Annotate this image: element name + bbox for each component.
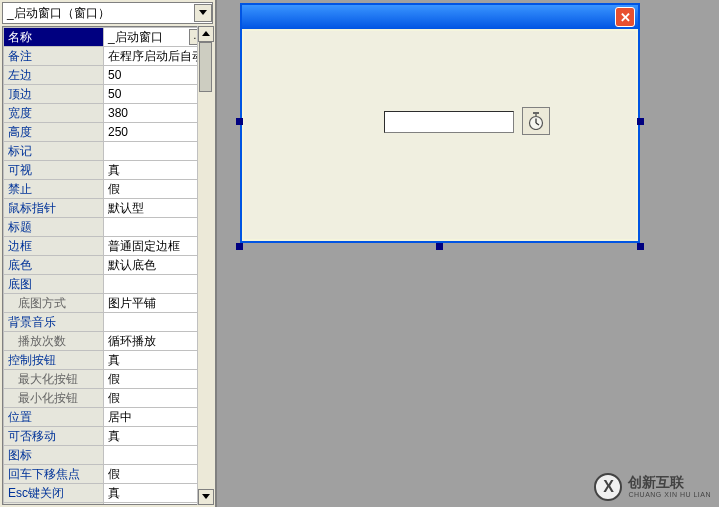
property-value[interactable]: 假 bbox=[104, 503, 212, 506]
property-label: 底图 bbox=[4, 275, 104, 294]
property-value[interactable]: 380 bbox=[104, 104, 212, 123]
resize-handle-left[interactable] bbox=[236, 118, 243, 125]
property-value[interactable]: 默认型 bbox=[104, 199, 212, 218]
property-label: 最小化按钮 bbox=[4, 389, 104, 408]
property-label: 标记 bbox=[4, 142, 104, 161]
property-value[interactable]: 假 bbox=[104, 370, 212, 389]
property-row[interactable]: 可视真 bbox=[4, 161, 212, 180]
property-row[interactable]: 底图 bbox=[4, 275, 212, 294]
property-row[interactable]: 标题 bbox=[4, 218, 212, 237]
property-row[interactable]: 宽度380 bbox=[4, 104, 212, 123]
resize-handle-bottom-right[interactable] bbox=[637, 243, 644, 250]
property-row[interactable]: 图标 bbox=[4, 446, 212, 465]
scroll-up-button[interactable] bbox=[198, 26, 214, 42]
resize-handle-bottom-left[interactable] bbox=[236, 243, 243, 250]
property-value[interactable] bbox=[104, 275, 212, 294]
property-row[interactable]: 最大化按钮假 bbox=[4, 370, 212, 389]
property-value[interactable]: 真 bbox=[104, 427, 212, 446]
property-label: 禁止 bbox=[4, 180, 104, 199]
property-label: 回车下移焦点 bbox=[4, 465, 104, 484]
property-row[interactable]: 高度250 bbox=[4, 123, 212, 142]
property-label: 高度 bbox=[4, 123, 104, 142]
property-value[interactable]: 250 bbox=[104, 123, 212, 142]
form-titlebar[interactable]: ✕ bbox=[242, 5, 638, 29]
scrollbar-vertical[interactable] bbox=[197, 26, 213, 505]
resize-handle-bottom-mid[interactable] bbox=[436, 243, 443, 250]
watermark-sub: CHUANG XIN HU LIAN bbox=[628, 491, 711, 499]
property-row[interactable]: 左边50 bbox=[4, 66, 212, 85]
property-label: 顶边 bbox=[4, 85, 104, 104]
dropdown-arrow-icon[interactable] bbox=[194, 4, 212, 22]
property-value[interactable] bbox=[104, 218, 212, 237]
property-row[interactable]: 控制按钮真 bbox=[4, 351, 212, 370]
object-selector-dropdown[interactable]: _启动窗口（窗口） bbox=[2, 2, 213, 24]
properties-panel: _启动窗口（窗口） 名称_启动窗口…备注在程序启动后自动左边50顶边50宽度38… bbox=[0, 0, 217, 507]
property-row[interactable]: 禁止假 bbox=[4, 180, 212, 199]
property-value[interactable]: 50 bbox=[104, 85, 212, 104]
property-value[interactable]: 居中 bbox=[104, 408, 212, 427]
property-label: 左边 bbox=[4, 66, 104, 85]
watermark-brand: 创新互联 bbox=[628, 475, 711, 490]
property-label: 最大化按钮 bbox=[4, 370, 104, 389]
property-value[interactable]: 普通固定边框 bbox=[104, 237, 212, 256]
property-label: 备注 bbox=[4, 47, 104, 66]
property-row[interactable]: 最小化按钮假 bbox=[4, 389, 212, 408]
property-label: 鼠标指针 bbox=[4, 199, 104, 218]
property-value[interactable]: 假 bbox=[104, 389, 212, 408]
scroll-thumb[interactable] bbox=[199, 42, 212, 92]
watermark-logo-icon: X bbox=[594, 473, 622, 501]
property-label: 名称 bbox=[4, 28, 104, 47]
scroll-down-button[interactable] bbox=[198, 489, 214, 505]
property-value[interactable]: 在程序启动后自动 bbox=[104, 47, 212, 66]
property-value[interactable] bbox=[104, 446, 212, 465]
property-label: 边框 bbox=[4, 237, 104, 256]
property-value[interactable]: 假 bbox=[104, 465, 212, 484]
textbox-control[interactable] bbox=[384, 111, 514, 133]
svg-rect-3 bbox=[533, 112, 539, 114]
property-value[interactable]: 真 bbox=[104, 351, 212, 370]
property-value[interactable]: _启动窗口… bbox=[104, 28, 212, 47]
form-client-area[interactable] bbox=[244, 31, 636, 239]
form-window[interactable]: ✕ bbox=[240, 3, 640, 243]
close-icon[interactable]: ✕ bbox=[615, 7, 635, 27]
property-value[interactable]: 假 bbox=[104, 180, 212, 199]
property-row[interactable]: 位置居中 bbox=[4, 408, 212, 427]
property-value[interactable]: 图片平铺 bbox=[104, 294, 212, 313]
svg-marker-2 bbox=[202, 494, 210, 499]
property-label: 图标 bbox=[4, 446, 104, 465]
property-value[interactable]: 真 bbox=[104, 484, 212, 503]
property-row[interactable]: 名称_启动窗口… bbox=[4, 28, 212, 47]
property-row[interactable]: 背景音乐 bbox=[4, 313, 212, 332]
svg-marker-1 bbox=[202, 31, 210, 36]
property-label: 底色 bbox=[4, 256, 104, 275]
property-label: 背景音乐 bbox=[4, 313, 104, 332]
property-value[interactable]: 默认底色 bbox=[104, 256, 212, 275]
property-row[interactable]: 边框普通固定边框 bbox=[4, 237, 212, 256]
property-row[interactable]: 底图方式图片平铺 bbox=[4, 294, 212, 313]
property-row[interactable]: F1键打开帮助假 bbox=[4, 503, 212, 506]
property-row[interactable]: 顶边50 bbox=[4, 85, 212, 104]
property-value[interactable]: 循环播放 bbox=[104, 332, 212, 351]
watermark: X 创新互联 CHUANG XIN HU LIAN bbox=[594, 473, 711, 501]
property-label: 可否移动 bbox=[4, 427, 104, 446]
property-row[interactable]: 底色默认底色 bbox=[4, 256, 212, 275]
property-value[interactable] bbox=[104, 313, 212, 332]
resize-handle-right[interactable] bbox=[637, 118, 644, 125]
property-value[interactable]: 真 bbox=[104, 161, 212, 180]
property-row[interactable]: 备注在程序启动后自动 bbox=[4, 47, 212, 66]
timer-control[interactable] bbox=[522, 107, 550, 135]
property-value[interactable] bbox=[104, 142, 212, 161]
property-value[interactable]: 50 bbox=[104, 66, 212, 85]
property-row[interactable]: 可否移动真 bbox=[4, 427, 212, 446]
property-label: 宽度 bbox=[4, 104, 104, 123]
property-row[interactable]: 回车下移焦点假 bbox=[4, 465, 212, 484]
property-label: 底图方式 bbox=[4, 294, 104, 313]
property-label: Esc键关闭 bbox=[4, 484, 104, 503]
property-row[interactable]: 播放次数循环播放 bbox=[4, 332, 212, 351]
property-row[interactable]: 标记 bbox=[4, 142, 212, 161]
design-canvas[interactable]: ✕ X 创新互联 CHUANG XIN HU LIAN bbox=[220, 0, 719, 507]
property-row[interactable]: 鼠标指针默认型 bbox=[4, 199, 212, 218]
dropdown-selected-text: _启动窗口（窗口） bbox=[3, 5, 194, 22]
property-grid[interactable]: 名称_启动窗口…备注在程序启动后自动左边50顶边50宽度380高度250标记可视… bbox=[2, 26, 213, 505]
property-row[interactable]: Esc键关闭真 bbox=[4, 484, 212, 503]
